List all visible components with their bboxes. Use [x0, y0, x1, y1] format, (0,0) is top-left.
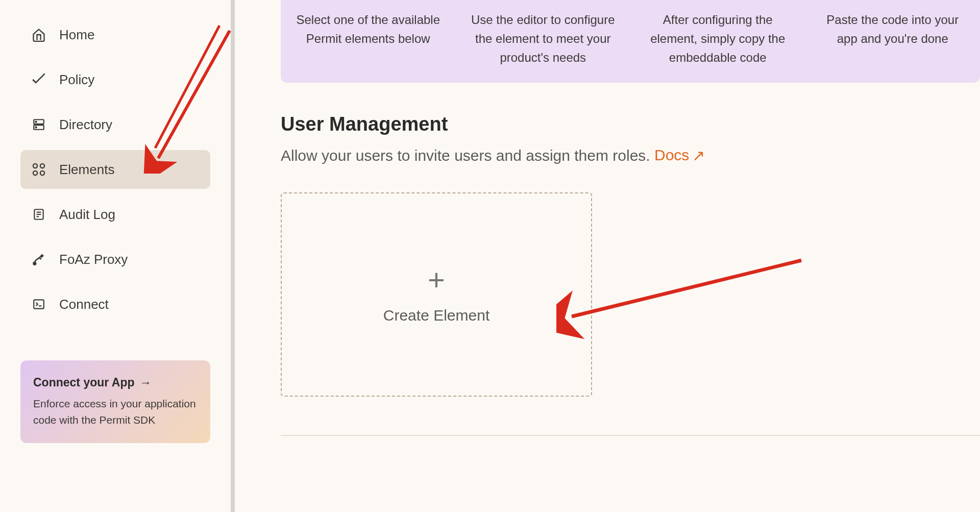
create-element-card[interactable]: + Create Element [281, 192, 592, 397]
policy-icon [31, 71, 47, 88]
svg-point-3 [36, 127, 37, 128]
svg-point-6 [33, 171, 37, 175]
step-3: After configuring the element, simply co… [641, 10, 795, 67]
section-desc: Allow your users to invite users and ass… [281, 147, 980, 164]
create-element-label: Create Element [383, 307, 489, 324]
svg-point-12 [34, 262, 36, 265]
sidebar-item-label: Home [59, 27, 94, 43]
main-content: Select one of the available Permit eleme… [235, 0, 980, 512]
section-title: User Management [281, 113, 980, 135]
svg-point-5 [40, 164, 44, 168]
directory-icon [31, 116, 47, 133]
connect-app-title: Connect your App → [33, 376, 151, 389]
docs-link[interactable]: Docs ↗ [654, 147, 705, 164]
step-2: Use the editor to configure the element … [466, 10, 621, 67]
connect-icon [31, 296, 47, 312]
sidebar-item-home[interactable]: Home [20, 15, 210, 54]
sidebar-item-directory[interactable]: Directory [20, 105, 210, 144]
sidebar-item-label: Connect [59, 297, 109, 312]
plus-icon: + [428, 265, 445, 295]
connect-app-card[interactable]: Connect your App → Enforce access in you… [20, 360, 210, 443]
external-link-icon: ↗ [692, 147, 705, 164]
foaz-proxy-icon [31, 251, 47, 267]
sidebar-item-audit-log[interactable]: Audit Log [20, 195, 210, 234]
home-icon [31, 27, 47, 43]
sidebar-item-label: Directory [59, 117, 112, 133]
sidebar-item-connect[interactable]: Connect [20, 285, 210, 324]
section-divider [281, 435, 980, 436]
svg-rect-13 [34, 300, 44, 308]
sidebar-item-label: FoAz Proxy [59, 252, 128, 267]
svg-point-7 [40, 171, 44, 175]
sidebar-item-label: Audit Log [59, 207, 115, 223]
sidebar-item-label: Elements [59, 162, 114, 178]
connect-app-desc: Enforce access in your application code … [33, 396, 198, 428]
step-4: Paste the code into your app and you're … [816, 10, 970, 67]
sidebar: Home Policy Directory Elements Audit Log [0, 0, 235, 512]
steps-banner: Select one of the available Permit eleme… [281, 0, 980, 83]
nav-list: Home Policy Directory Elements Audit Log [20, 15, 210, 330]
step-1: Select one of the available Permit eleme… [291, 10, 446, 67]
svg-point-2 [36, 121, 37, 123]
sidebar-item-policy[interactable]: Policy [20, 60, 210, 99]
sidebar-item-elements[interactable]: Elements [20, 150, 210, 189]
arrow-right-icon: → [139, 376, 151, 389]
svg-point-4 [33, 164, 37, 168]
audit-log-icon [31, 206, 47, 223]
sidebar-item-label: Policy [59, 72, 94, 88]
elements-icon [31, 161, 47, 178]
sidebar-item-foaz-proxy[interactable]: FoAz Proxy [20, 240, 210, 279]
